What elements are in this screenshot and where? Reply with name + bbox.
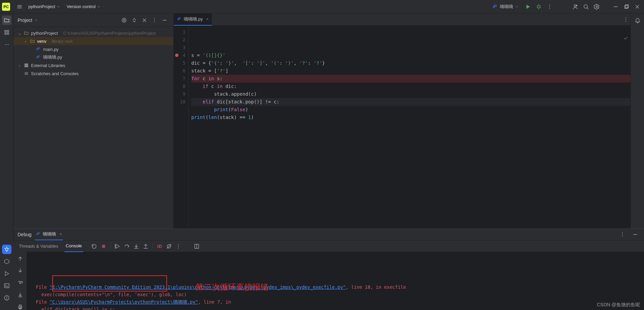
structure-tool-window-icon[interactable] <box>2 28 11 37</box>
svg-point-19 <box>596 6 598 7</box>
svg-marker-83 <box>4 259 9 264</box>
run-config-dropdown[interactable]: 嘀嘀嘀 <box>489 4 522 10</box>
close-debug-tab-icon[interactable]: × <box>59 232 62 237</box>
run-button[interactable] <box>523 2 533 11</box>
console-line: File "C:\Users\ASUS\PycharmProjects\pyth… <box>30 298 641 306</box>
svg-point-48 <box>625 21 626 22</box>
line-number[interactable]: 2 <box>174 36 186 44</box>
window-close-button[interactable] <box>633 2 642 11</box>
tree-row[interactable]: main.py <box>13 45 173 53</box>
layout-settings-icon[interactable] <box>192 242 201 251</box>
line-number[interactable]: 7 <box>174 75 186 83</box>
svg-point-51 <box>622 236 623 237</box>
settings-icon[interactable] <box>592 2 601 11</box>
hide-debug-panel-icon[interactable] <box>631 230 640 239</box>
tree-row[interactable]: ›External Libraries <box>13 61 173 69</box>
window-minimize-button[interactable] <box>611 2 620 11</box>
project-name-label: pythonProject <box>28 4 55 9</box>
more-debug-actions-icon[interactable] <box>174 242 183 250</box>
inspection-ok-icon[interactable] <box>583 28 628 51</box>
editor-tab[interactable]: 嘀嘀嘀.py × <box>174 13 212 26</box>
rerun-icon[interactable] <box>90 242 98 250</box>
tree-row[interactable]: ›venv library root <box>13 37 173 45</box>
python-file-icon <box>177 17 182 22</box>
threads-variables-tab[interactable]: Threads & Variables <box>18 241 60 252</box>
soft-wrap-icon[interactable] <box>16 278 25 287</box>
editor-options-icon[interactable] <box>621 15 631 24</box>
code-line[interactable]: elif dic[stack.pop()] != c: <box>191 98 631 106</box>
code-line[interactable] <box>191 121 631 129</box>
vcs-dropdown[interactable]: Version control <box>64 4 103 9</box>
more-actions-icon[interactable] <box>545 2 554 11</box>
main-menu-icon[interactable] <box>15 2 24 11</box>
code-line[interactable]: print(len(stack) == 1) <box>191 114 631 121</box>
close-tab-icon[interactable]: × <box>206 17 208 22</box>
svg-rect-22 <box>625 5 628 8</box>
svg-rect-41 <box>26 64 27 67</box>
code-line[interactable]: for c in s: <box>191 75 631 83</box>
line-number[interactable]: 6 <box>174 67 186 75</box>
annotation-text: 第二次循环直接报错 <box>196 283 269 291</box>
step-into-icon[interactable] <box>132 242 140 250</box>
print-icon[interactable] <box>16 302 25 310</box>
line-number[interactable]: 8 <box>174 83 186 90</box>
tree-row[interactable]: ⌄pythonProject C:\Users\ASUS\PycharmProj… <box>13 29 173 37</box>
notifications-icon[interactable] <box>633 16 642 25</box>
step-over-icon[interactable] <box>123 242 131 250</box>
stop-icon[interactable] <box>100 242 108 250</box>
view-breakpoints-icon[interactable] <box>156 242 164 250</box>
scroll-up-icon[interactable] <box>16 254 25 263</box>
code-line[interactable]: if c in dic: <box>191 83 631 90</box>
services-tool-window-icon[interactable] <box>2 257 11 266</box>
tree-arrow-icon[interactable]: ⌄ <box>18 31 22 36</box>
hide-panel-close-icon[interactable] <box>140 16 149 25</box>
scroll-down-icon[interactable] <box>16 266 25 275</box>
run-tool-window-icon[interactable] <box>2 269 11 278</box>
code-with-me-icon[interactable] <box>570 2 580 11</box>
mute-breakpoints-icon[interactable] <box>165 242 173 250</box>
collapse-panel-icon[interactable] <box>160 16 169 25</box>
debug-tool-window-icon[interactable] <box>2 245 11 254</box>
resume-icon[interactable] <box>113 242 121 250</box>
code-line[interactable]: stack.append(c) <box>191 90 631 98</box>
search-everywhere-icon[interactable] <box>581 2 591 11</box>
line-number[interactable]: 1 <box>174 28 186 36</box>
problems-tool-window-icon[interactable] <box>2 293 11 303</box>
step-out-icon[interactable] <box>142 242 150 250</box>
code-line[interactable]: stack = ['?'] <box>191 67 631 75</box>
tree-arrow-icon[interactable]: › <box>18 63 22 68</box>
console-link[interactable]: "C:\Users\ASUS\PycharmProjects\pythonPro… <box>50 299 198 305</box>
tree-arrow-icon[interactable]: › <box>24 39 28 44</box>
code-line[interactable]: s = '()[]{}' <box>191 52 631 59</box>
svg-point-50 <box>622 234 623 235</box>
tree-row[interactable]: Scratches and Consoles <box>13 69 173 78</box>
line-number[interactable]: 5 <box>174 59 186 67</box>
chevron-down-icon[interactable] <box>34 19 38 22</box>
breakpoint-icon[interactable] <box>175 54 178 57</box>
tree-row[interactable]: 嘀嘀嘀.py <box>13 53 173 61</box>
window-restore-button[interactable] <box>622 2 631 11</box>
code-line[interactable]: print(False) <box>191 106 631 114</box>
debug-button[interactable] <box>534 2 543 11</box>
project-name-dropdown[interactable]: pythonProject <box>26 4 63 9</box>
debug-options-icon[interactable] <box>618 230 627 239</box>
select-opened-file-icon[interactable] <box>119 16 129 25</box>
code-line[interactable]: dic = {'{': '}', '[': ']', '(': ')', '?'… <box>191 59 631 67</box>
svg-rect-26 <box>7 30 9 32</box>
debug-session-tab[interactable]: 嘀嘀嘀 × <box>35 229 63 240</box>
project-tool-window-icon[interactable] <box>2 16 11 25</box>
folder-icon <box>24 30 29 36</box>
line-number[interactable]: 9 <box>174 90 186 98</box>
svg-point-14 <box>574 5 576 7</box>
console-tab[interactable]: Console <box>64 241 83 252</box>
line-number[interactable]: 3 <box>174 44 186 52</box>
scroll-to-end-icon[interactable] <box>16 290 25 300</box>
terminal-tool-window-icon[interactable] <box>2 281 11 290</box>
svg-marker-3 <box>527 5 530 9</box>
more-tool-windows-icon[interactable] <box>2 40 11 49</box>
panel-options-icon[interactable] <box>150 16 159 25</box>
svg-marker-84 <box>5 272 9 276</box>
expand-collapse-icon[interactable] <box>130 16 139 25</box>
svg-point-37 <box>154 20 155 20</box>
line-number[interactable]: 10 <box>174 98 186 106</box>
